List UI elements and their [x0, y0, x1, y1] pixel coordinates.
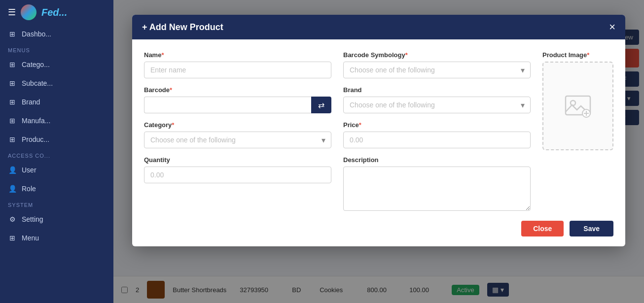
sidebar-item-brand[interactable]: ⊞ Brand	[0, 93, 113, 111]
sidebar-item-label: Dashbo...	[22, 30, 51, 38]
sidebar-item-category[interactable]: ⊞ Catego...	[0, 55, 113, 74]
description-input[interactable]	[343, 167, 531, 211]
brand-field-group: Brand Choose one of the following ▾	[343, 86, 531, 113]
barcode-symbology-select[interactable]: Choose one of the following	[343, 62, 531, 78]
sidebar-item-label: Menu	[22, 234, 39, 242]
barcode-input[interactable]	[144, 97, 311, 113]
quantity-field-group: Quantity	[144, 156, 331, 183]
barcode-symbology-field-group: Barcode Symbology* Choose one of the fol…	[343, 51, 531, 78]
sidebar-item-label: Catego...	[22, 61, 50, 68]
name-input[interactable]	[144, 62, 331, 78]
sidebar-item-label: Manufa...	[22, 117, 50, 125]
barcode-label: Barcode*	[144, 86, 331, 94]
svg-point-2	[571, 101, 575, 105]
category-label: Category*	[144, 121, 331, 129]
close-button[interactable]: Close	[521, 221, 564, 236]
sidebar-item-dashboard[interactable]: ⊞ Dashbo...	[0, 25, 113, 43]
image-upload-area[interactable]	[542, 62, 613, 150]
brand-label: Brand	[343, 86, 531, 94]
form-left-column: Name* Barcode* ⇄	[144, 51, 331, 211]
save-button[interactable]: Save	[570, 221, 613, 236]
sidebar-item-label: Subcate...	[22, 79, 53, 87]
category-field-group: Category* Choose one of the following ▾	[144, 121, 331, 148]
description-field-group: Description	[343, 156, 531, 211]
sidebar-section-access: Access Co...	[0, 149, 113, 161]
form-middle-column: Barcode Symbology* Choose one of the fol…	[343, 51, 531, 211]
sidebar-item-subcategory[interactable]: ⊞ Subcate...	[0, 74, 113, 93]
modal-header: + Add New Product ×	[132, 15, 625, 39]
barcode-input-row: ⇄	[144, 97, 331, 113]
dashboard-icon: ⊞	[8, 30, 17, 38]
sidebar-item-label: User	[22, 166, 36, 174]
menu-icon: ⊞	[8, 234, 17, 242]
logo-icon	[21, 4, 36, 20]
form-right-column: Product Image*	[542, 51, 613, 211]
add-product-modal: + Add New Product × Name* Barcode*	[132, 15, 625, 246]
sidebar-item-label: Brand	[22, 98, 40, 106]
barcode-field-group: Barcode* ⇄	[144, 86, 331, 113]
sidebar-item-product[interactable]: ⊞ Produc...	[0, 130, 113, 149]
image-placeholder-icon	[563, 91, 593, 121]
modal-body: Name* Barcode* ⇄	[132, 39, 625, 215]
sidebar-item-role[interactable]: 👤 Role	[0, 179, 113, 198]
sidebar-item-label: Role	[22, 185, 36, 193]
setting-icon: ⚙	[8, 215, 17, 224]
sidebar-item-label: Setting	[22, 215, 43, 223]
sidebar-section-system: System	[0, 198, 113, 210]
sidebar-item-user[interactable]: 👤 User	[0, 161, 113, 179]
name-field-group: Name*	[144, 51, 331, 78]
user-icon: 👤	[8, 166, 17, 174]
quantity-input[interactable]	[144, 167, 331, 183]
product-image-field-group: Product Image*	[542, 51, 613, 150]
product-icon: ⊞	[8, 135, 17, 144]
description-label: Description	[343, 156, 531, 164]
product-image-label: Product Image*	[542, 51, 613, 59]
barcode-symbology-label: Barcode Symbology*	[343, 51, 531, 59]
category-select[interactable]: Choose one of the following	[144, 132, 331, 148]
role-icon: 👤	[8, 184, 17, 193]
sidebar-item-setting[interactable]: ⚙ Setting	[0, 210, 113, 229]
modal-title: + Add New Product	[142, 22, 223, 33]
refresh-icon: ⇄	[318, 101, 324, 109]
name-label: Name*	[144, 51, 331, 59]
price-field-group: Price*	[343, 121, 531, 148]
modal-close-button[interactable]: ×	[609, 22, 615, 33]
barcode-refresh-button[interactable]: ⇄	[311, 97, 331, 113]
sidebar-item-menu[interactable]: ⊞ Menu	[0, 229, 113, 247]
sidebar-item-label: Produc...	[22, 135, 49, 143]
sidebar-header: ☰ Fed...	[0, 0, 113, 25]
brand-select[interactable]: Choose one of the following	[343, 97, 531, 113]
category-select-wrapper: Choose one of the following ▾	[144, 132, 331, 148]
quantity-label: Quantity	[144, 156, 331, 164]
sidebar-item-manufacturer[interactable]: ⊞ Manufa...	[0, 111, 113, 130]
category-icon: ⊞	[8, 60, 17, 69]
barcode-symbology-select-wrapper: Choose one of the following ▾	[343, 62, 531, 78]
brand-icon: ⊞	[8, 98, 17, 106]
sidebar: ☰ Fed... ⊞ Dashbo... Menus ⊞ Catego... ⊞…	[0, 0, 113, 303]
price-label: Price*	[343, 121, 531, 129]
manufacturer-icon: ⊞	[8, 116, 17, 125]
sidebar-section-menus: Menus	[0, 43, 113, 55]
modal-footer: Close Save	[132, 215, 625, 246]
subcategory-icon: ⊞	[8, 79, 17, 88]
hamburger-icon[interactable]: ☰	[8, 7, 16, 18]
logo-text: Fed...	[41, 7, 67, 18]
brand-select-wrapper: Choose one of the following ▾	[343, 97, 531, 113]
price-input[interactable]	[343, 132, 531, 148]
main-content: Add New ↺ PDF ...tion ▾ ▦ ▾ 2 Butter Sho…	[113, 0, 644, 303]
